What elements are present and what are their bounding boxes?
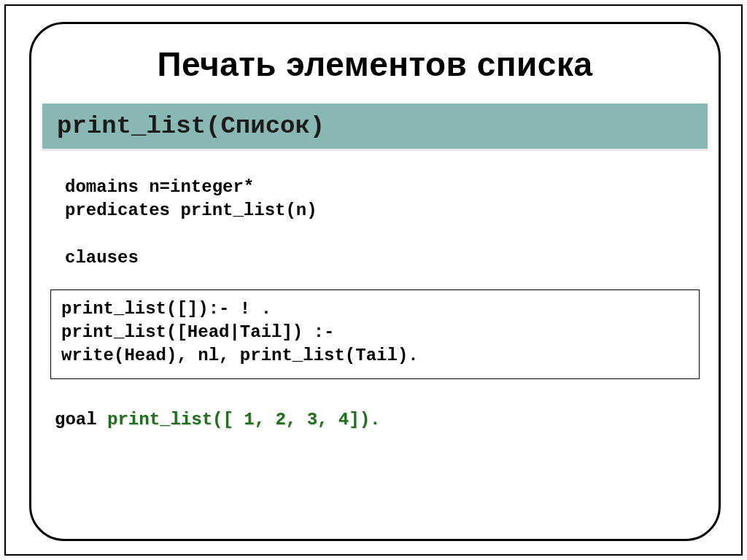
slide-card: Печать элементов списка print_list(Списо…	[29, 22, 721, 541]
slide-title: Печать элементов списка	[31, 44, 719, 84]
slide-outer-frame: Печать элементов списка print_list(Списо…	[4, 4, 743, 556]
goal-call: print_list([ 1, 2, 3, 4]).	[107, 410, 380, 429]
declarations-code: domains n=integer* predicates print_list…	[65, 176, 719, 271]
predicate-banner: print_list(Список)	[42, 103, 708, 149]
goal-keyword: goal	[55, 410, 107, 429]
goal-line: goal print_list([ 1, 2, 3, 4]).	[55, 408, 719, 432]
predicate-banner-text: print_list(Список)	[57, 112, 325, 140]
clauses-box: print_list([]):- ! . print_list([Head|Ta…	[50, 289, 700, 379]
